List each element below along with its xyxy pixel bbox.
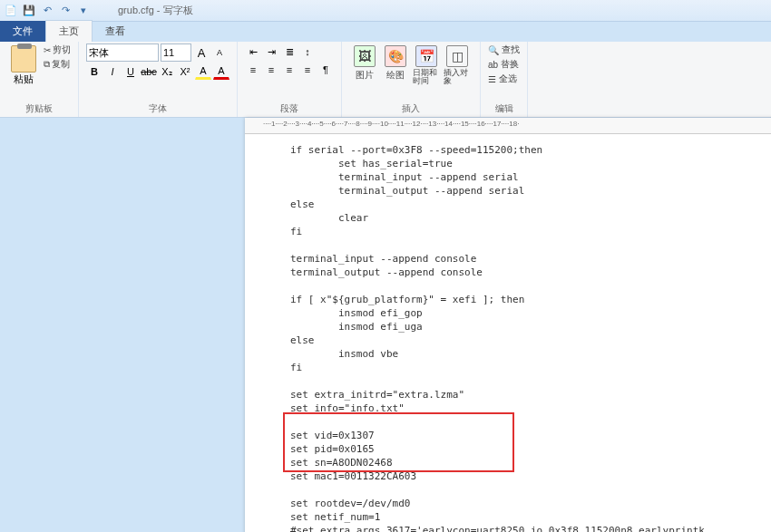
datetime-button[interactable]: 📅日期和时间 bbox=[411, 44, 442, 87]
group-label: 插入 bbox=[349, 101, 473, 117]
qat-dropdown-icon[interactable]: ▾ bbox=[76, 4, 91, 18]
list-icon[interactable]: ≣ bbox=[281, 44, 298, 60]
tab-home[interactable]: 主页 bbox=[45, 20, 93, 42]
select-all-icon: ☰ bbox=[488, 74, 496, 84]
paint-drawing-button[interactable]: 🎨绘图 bbox=[380, 44, 411, 87]
paragraph-dialog-icon[interactable]: ¶ bbox=[317, 62, 334, 78]
insert-object-button[interactable]: ◫插入对象 bbox=[442, 44, 473, 87]
undo-icon[interactable]: ↶ bbox=[40, 4, 54, 18]
italic-button[interactable]: I bbox=[104, 63, 121, 80]
tab-view[interactable]: 查看 bbox=[93, 21, 138, 42]
group-paragraph: ⇤ ⇥ ≣ ↕ ≡ ≡ ≡ ≡ ¶ 段落 bbox=[238, 42, 342, 117]
subscript-button[interactable]: X₂ bbox=[159, 63, 175, 80]
bold-button[interactable]: B bbox=[86, 63, 102, 80]
grow-font-icon[interactable]: A bbox=[193, 44, 210, 61]
group-label: 字体 bbox=[86, 101, 229, 117]
save-icon[interactable]: 💾 bbox=[22, 4, 36, 18]
justify-icon[interactable]: ≡ bbox=[299, 62, 316, 78]
increase-indent-icon[interactable]: ⇥ bbox=[263, 44, 279, 60]
tab-file[interactable]: 文件 bbox=[0, 21, 45, 42]
group-insert: 🖼图片 🎨绘图 📅日期和时间 ◫插入对象 插入 bbox=[342, 42, 481, 117]
calendar-icon: 📅 bbox=[415, 45, 437, 67]
document-body[interactable]: if serial --port=0x3F8 --speed=115200;th… bbox=[245, 134, 771, 532]
paste-icon bbox=[11, 45, 36, 73]
align-center-icon[interactable]: ≡ bbox=[263, 62, 279, 78]
select-all-button[interactable]: ☰全选 bbox=[488, 73, 520, 85]
group-clipboard: 粘贴 ✂剪切 ⧉复制 剪贴板 bbox=[0, 42, 79, 117]
group-label: 段落 bbox=[245, 101, 334, 117]
scissors-icon: ✂ bbox=[44, 45, 51, 55]
ribbon: 粘贴 ✂剪切 ⧉复制 剪贴板 A A B I U abc X₂ X² bbox=[0, 42, 771, 118]
paste-label: 粘贴 bbox=[14, 73, 34, 86]
document-page: ····1····2····3····4····5····6····7····8… bbox=[245, 118, 771, 532]
decrease-indent-icon[interactable]: ⇤ bbox=[245, 44, 261, 60]
paint-icon: 🎨 bbox=[385, 45, 406, 67]
workspace: ····1····2····3····4····5····6····7····8… bbox=[0, 118, 771, 532]
underline-button[interactable]: U bbox=[122, 63, 139, 80]
paste-button[interactable]: 粘贴 bbox=[7, 44, 40, 88]
group-editing: 🔍查找 ab替换 ☰全选 编辑 bbox=[481, 42, 528, 117]
group-label: 剪贴板 bbox=[7, 101, 71, 117]
redo-icon[interactable]: ↷ bbox=[58, 4, 73, 18]
find-button[interactable]: 🔍查找 bbox=[488, 44, 520, 56]
shrink-font-icon[interactable]: A bbox=[211, 44, 228, 61]
wordpad-icon: 📄 bbox=[4, 4, 18, 18]
quick-access-toolbar: 📄 💾 ↶ ↷ ▾ bbox=[4, 4, 91, 18]
picture-button[interactable]: 🖼图片 bbox=[349, 44, 380, 87]
window-title: grub.cfg - 写字板 bbox=[118, 4, 193, 17]
ruler-marks: ····1····2····3····4····5····6····7····8… bbox=[263, 120, 519, 128]
group-font: A A B I U abc X₂ X² A A 字体 bbox=[79, 42, 238, 117]
copy-icon: ⧉ bbox=[44, 59, 50, 70]
object-icon: ◫ bbox=[446, 45, 468, 67]
replace-button[interactable]: ab替换 bbox=[488, 58, 520, 71]
line-spacing-icon[interactable]: ↕ bbox=[299, 44, 316, 60]
copy-button[interactable]: ⧉复制 bbox=[44, 58, 71, 71]
replace-icon: ab bbox=[488, 60, 498, 70]
picture-icon: 🖼 bbox=[354, 45, 376, 67]
cut-button[interactable]: ✂剪切 bbox=[44, 44, 71, 56]
font-family-select[interactable] bbox=[86, 44, 159, 62]
superscript-button[interactable]: X² bbox=[177, 63, 193, 80]
font-size-select[interactable] bbox=[161, 44, 191, 62]
ruler[interactable]: ····1····2····3····4····5····6····7····8… bbox=[245, 118, 771, 134]
group-label: 编辑 bbox=[488, 101, 520, 117]
font-color-button[interactable]: A bbox=[213, 63, 229, 80]
highlight-button[interactable]: A bbox=[195, 63, 211, 80]
find-icon: 🔍 bbox=[488, 45, 499, 55]
strike-button[interactable]: abc bbox=[141, 63, 157, 80]
ribbon-tabs: 文件 主页 查看 bbox=[0, 22, 771, 42]
align-right-icon[interactable]: ≡ bbox=[281, 62, 298, 78]
title-bar: 📄 💾 ↶ ↷ ▾ grub.cfg - 写字板 bbox=[0, 0, 771, 22]
align-left-icon[interactable]: ≡ bbox=[245, 62, 261, 78]
